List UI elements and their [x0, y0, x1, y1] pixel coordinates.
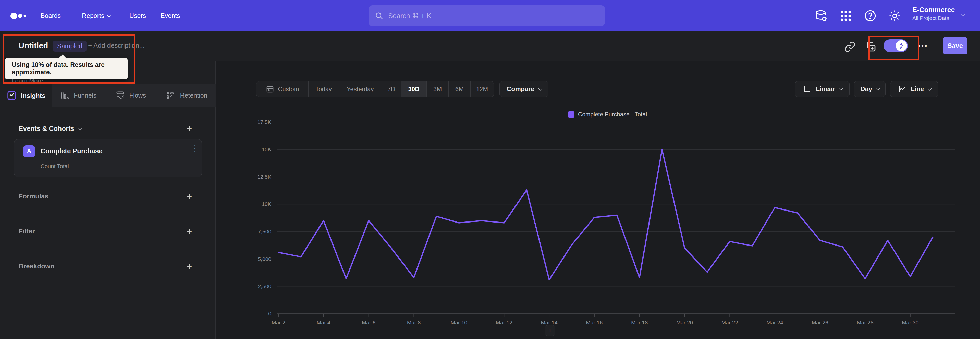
divider [935, 38, 935, 53]
save-button[interactable]: Save [943, 37, 967, 54]
svg-text:Mar 30: Mar 30 [902, 320, 918, 325]
project-scope: All Project Data [912, 15, 955, 21]
svg-text:Mar 8: Mar 8 [407, 320, 421, 325]
lightning-bolt-icon [898, 42, 905, 49]
breakdown-section-label: Breakdown [19, 262, 54, 270]
settings-gear-icon[interactable] [888, 9, 901, 22]
nav-item-users[interactable]: Users [129, 0, 146, 31]
svg-text:2,500: 2,500 [258, 283, 271, 289]
svg-text:Mar 26: Mar 26 [811, 320, 828, 325]
report-tabs: Insights Funnels Flows [0, 84, 216, 107]
svg-text:Mar 6: Mar 6 [362, 320, 375, 325]
line-chart: 02,5005,0007,50010K12.5K15K17.5KMar 2Mar… [216, 61, 980, 339]
svg-text:Mar 20: Mar 20 [676, 320, 693, 325]
event-name: Complete Purchase [41, 147, 103, 155]
tab-retention[interactable]: Retention [158, 84, 216, 107]
sampling-toggle[interactable] [883, 39, 908, 52]
report-title-bar: Untitled Sampled + Add description... •• [0, 31, 980, 61]
svg-text:10K: 10K [262, 201, 271, 207]
series-line[interactable] [278, 149, 933, 280]
apps-grid-icon[interactable] [839, 9, 853, 22]
svg-text:Mar 10: Mar 10 [451, 320, 467, 325]
add-breakdown-button[interactable]: + [184, 261, 194, 272]
add-filter-button[interactable]: + [184, 226, 194, 237]
tab-flows[interactable]: Flows [104, 84, 158, 107]
chevron-down-icon [78, 126, 82, 130]
svg-text:0: 0 [268, 311, 271, 317]
data-management-icon[interactable] [815, 9, 828, 22]
nav-item-events[interactable]: Events [161, 0, 180, 31]
copy-link-icon[interactable] [844, 41, 856, 52]
retention-icon [165, 90, 176, 101]
svg-text:Mar 24: Mar 24 [767, 320, 783, 325]
add-description[interactable]: + Add description... [88, 42, 145, 50]
nav-item-reports[interactable]: Reports [82, 0, 110, 31]
search-icon [375, 11, 383, 20]
svg-text:Mar 28: Mar 28 [857, 320, 873, 325]
event-kebab-menu[interactable]: ⋮ [190, 146, 200, 157]
event-series-badge: A [23, 146, 35, 157]
add-event-button[interactable]: + [184, 124, 194, 134]
svg-text:17.5K: 17.5K [257, 119, 271, 125]
tooltip-learn-more-link[interactable]: Learn More [12, 77, 43, 85]
sampled-badge[interactable]: Sampled [53, 41, 86, 51]
duplicate-icon[interactable] [865, 41, 877, 52]
filter-section-label: Filter [19, 227, 35, 235]
svg-text:Mar 18: Mar 18 [631, 320, 648, 325]
svg-text:15K: 15K [262, 146, 271, 152]
report-title[interactable]: Untitled [19, 41, 48, 50]
svg-text:Mar 22: Mar 22 [721, 320, 738, 325]
help-icon[interactable] [864, 9, 877, 22]
chevron-down-icon [107, 13, 111, 18]
tab-insights[interactable]: Insights [0, 84, 52, 107]
svg-text:12.5K: 12.5K [257, 174, 271, 179]
svg-text:7,500: 7,500 [258, 229, 271, 235]
add-formula-button[interactable]: + [184, 191, 194, 201]
sampling-tooltip: Using 10% of data. Results are approxima… [5, 58, 127, 80]
search-placeholder: Search ⌘ + K [388, 12, 431, 20]
tooltip-message: Using 10% of data. Results are approxima… [12, 61, 127, 76]
nav-item-boards[interactable]: Boards [41, 0, 61, 31]
top-nav: Boards Reports Users Events Search ⌘ + K [0, 0, 980, 31]
more-actions-button[interactable]: ••• [918, 42, 928, 50]
flows-icon [115, 90, 125, 101]
chart-area: Custom Today Yesterday 7D 30D 3M 6M 12M … [216, 61, 980, 339]
svg-text:Mar 4: Mar 4 [317, 320, 331, 325]
mixpanel-logo[interactable] [10, 11, 27, 21]
toggle-knob [896, 40, 907, 51]
event-metric[interactable]: Count Total [41, 163, 69, 170]
project-switcher[interactable]: E-Commerce All Project Data [912, 6, 955, 21]
pagination-page-1[interactable]: 1 [545, 325, 555, 336]
svg-text:Mar 14: Mar 14 [541, 320, 558, 325]
project-name: E-Commerce [912, 6, 955, 14]
app-window: Boards Reports Users Events Search ⌘ + K [0, 0, 980, 339]
funnels-icon [59, 90, 70, 101]
insights-icon [6, 90, 17, 101]
svg-text:Mar 2: Mar 2 [272, 320, 285, 325]
svg-text:Mar 16: Mar 16 [586, 320, 603, 325]
project-chevron-down-icon[interactable] [961, 12, 966, 16]
svg-text:Mar 12: Mar 12 [496, 320, 512, 325]
events-cohorts-header[interactable]: Events & Cohorts [19, 125, 81, 133]
query-builder-panel: Insights Funnels Flows [0, 61, 216, 339]
event-card[interactable]: A Complete Purchase Count Total ⋮ [14, 139, 202, 177]
tab-funnels[interactable]: Funnels [52, 84, 104, 107]
svg-text:5,000: 5,000 [258, 256, 271, 262]
formulas-section-label: Formulas [19, 192, 48, 200]
search-input[interactable]: Search ⌘ + K [369, 5, 605, 26]
